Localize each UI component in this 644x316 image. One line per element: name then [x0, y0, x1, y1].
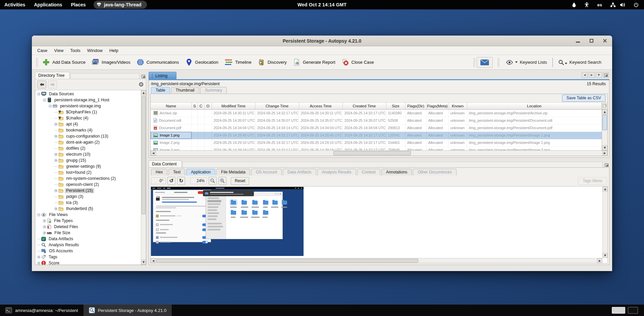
column-header-flags-dir[interactable]: Flags(Dir): [405, 103, 426, 109]
menu-help[interactable]: Help: [106, 47, 122, 54]
table-row-image-2-png[interactable]: Image 2.png2024-09-25 14:29:10 UTC2024-0…: [151, 139, 602, 146]
workspace-1[interactable]: [612, 307, 625, 314]
tree-item-dont-ask-again-2[interactable]: dont-ask-again (2): [35, 139, 141, 145]
inbox-button[interactable]: [477, 57, 493, 68]
tree-item-pidgin-3[interactable]: pidgin (3): [35, 194, 141, 200]
toolbar-discovery-button[interactable]: Discovery: [255, 57, 290, 68]
expand-handle-icon[interactable]: [54, 189, 57, 192]
focused-app-badge[interactable]: java-lang-Thread: [94, 1, 147, 9]
tab-list-dropdown-button[interactable]: ▼: [596, 72, 602, 78]
expand-handle-icon[interactable]: [43, 225, 46, 228]
accessibility-icon[interactable]: [584, 2, 589, 7]
column-header-o[interactable]: O: [204, 103, 212, 109]
content-tab-context[interactable]: Context: [357, 169, 380, 175]
preview-horizontal-scrollbar[interactable]: ◀ ▶: [151, 258, 602, 263]
content-tab-file-metadata[interactable]: File Metadata: [216, 169, 250, 175]
tree-item-gnupg-15[interactable]: gnupg (15): [35, 157, 141, 163]
close-button[interactable]: [602, 38, 607, 44]
scroll-down-icon[interactable]: ▼: [602, 145, 607, 150]
taskbar-item-amnesia-amnesia-persistent[interactable]: amnesia@amnesia: ~/Persistent: [0, 305, 84, 316]
tree-item-data-artifacts[interactable]: Data Artifacts: [35, 236, 141, 242]
workspace-2[interactable]: [628, 307, 638, 314]
content-tab-hex[interactable]: Hex: [151, 169, 167, 175]
tags-menu-button[interactable]: Tags Menu: [578, 177, 607, 185]
collapse-handle-icon[interactable]: [49, 105, 52, 108]
column-settings-button[interactable]: [602, 103, 607, 109]
toolbar-close-case-button[interactable]: Close Case: [338, 57, 377, 68]
window-titlebar[interactable]: Persistent Storage - Autopsy 4.21.0: [32, 36, 612, 46]
forward-button[interactable]: [48, 81, 57, 89]
content-tab-text[interactable]: Text: [168, 169, 185, 175]
listing-tab[interactable]: Listing: [149, 72, 176, 79]
minimize-button[interactable]: [575, 38, 581, 44]
table-row-archive-zip[interactable]: Archive.zip2024-09-25 14:30:11 UTC2024-0…: [151, 109, 602, 117]
topbar-menu-applications[interactable]: Applications: [30, 0, 66, 9]
tor-status-icon[interactable]: [572, 2, 576, 7]
volume-icon[interactable]: [620, 2, 626, 7]
menu-window[interactable]: Window: [84, 47, 106, 54]
directory-tree-tab[interactable]: Directory Tree: [35, 72, 70, 79]
column-header-s[interactable]: S: [192, 103, 198, 109]
toolbar-images-videos-button[interactable]: Images/Videos: [89, 57, 133, 68]
data-content-tab[interactable]: Data Content: [149, 160, 182, 167]
tree-item-thunderbird-5[interactable]: thunderbird (5): [35, 206, 141, 212]
tree-item-lost-found-2[interactable]: lost+found (2): [35, 169, 141, 175]
table-horizontal-scrollbar[interactable]: ◀ ▶: [151, 150, 607, 156]
collapse-handle-icon[interactable]: [37, 93, 40, 96]
image-preview[interactable]: ▲ ▼ ◀ ▶: [150, 186, 608, 263]
column-header-created-time[interactable]: Created Time: [342, 103, 386, 109]
minimize-panel-icon[interactable]: [142, 75, 145, 78]
minimize-panel-icon[interactable]: [605, 163, 608, 167]
tree-item-apt-4[interactable]: apt (4): [35, 121, 141, 127]
scroll-up-icon[interactable]: ▲: [603, 187, 607, 192]
rotate-left-button[interactable]: ↺: [167, 177, 175, 185]
expand-handle-icon[interactable]: [37, 256, 40, 259]
menu-tools[interactable]: Tools: [67, 47, 84, 54]
view-tab-thumbnail[interactable]: Thumbnail: [171, 87, 199, 94]
content-tab-os-account[interactable]: OS Account: [251, 169, 282, 175]
reset-button[interactable]: Reset: [231, 177, 249, 185]
table-row-document-odt[interactable]: Document.odt2024-09-25 14:35:07 UTC2024-…: [151, 117, 602, 124]
tree-item-nm-system-connections-2[interactable]: nm-system-connections (2): [35, 175, 141, 181]
toolbar-grip[interactable]: [36, 58, 38, 67]
topbar-menu-activities[interactable]: Activities: [0, 0, 30, 9]
column-header-modified-time[interactable]: Modified Time: [212, 103, 255, 109]
zoom-out-button[interactable]: [209, 177, 217, 185]
column-header-flags-meta[interactable]: Flags(Meta): [426, 103, 448, 109]
scroll-down-icon[interactable]: ▼: [141, 260, 146, 265]
zoom-in-button[interactable]: [218, 177, 226, 185]
tree-item-electrum-10[interactable]: electrum (10): [35, 151, 141, 157]
column-header-known[interactable]: Known: [448, 103, 467, 109]
keyword-search-button[interactable]: Keyword Search: [553, 57, 609, 68]
scroll-up-icon[interactable]: ▲: [141, 90, 146, 95]
clock[interactable]: Wed Oct 2 14:14 GMT: [298, 2, 347, 7]
scroll-up-icon[interactable]: ▲: [602, 109, 607, 114]
scroll-right-icon[interactable]: ▶: [602, 151, 607, 156]
tree-item-os-accounts[interactable]: OS Accounts: [35, 248, 141, 254]
column-header-c[interactable]: C: [198, 103, 204, 109]
table-row-image-3-png[interactable]: Image 3.png2024-09-25 14:29:19 UTC2024-0…: [151, 146, 602, 150]
tree-item-bookmarks-4[interactable]: bookmarks (4): [35, 127, 141, 133]
zoom-field[interactable]: 24%: [190, 177, 207, 184]
content-tab-data-artifacts[interactable]: Data Artifacts: [283, 169, 316, 175]
column-header-change-time[interactable]: Change Time: [255, 103, 299, 109]
expand-handle-icon[interactable]: [43, 231, 46, 234]
expand-handle-icon[interactable]: [54, 135, 57, 138]
table-row-document-pdf[interactable]: Document.pdf2024-09-25 14:34:04 UTC2024-…: [151, 124, 602, 131]
preview-vertical-scrollbar[interactable]: ▲ ▼: [602, 187, 607, 258]
collapse-handle-icon[interactable]: [37, 213, 40, 216]
rotate-right-button[interactable]: ↻: [177, 177, 185, 185]
power-icon[interactable]: [634, 2, 639, 7]
toolbar-add-data-source-button[interactable]: Add Data Source: [39, 57, 89, 68]
content-tab-annotations[interactable]: Annotations: [381, 169, 412, 175]
scroll-right-icon[interactable]: ▶: [597, 258, 602, 263]
keyword-lists-button[interactable]: Keyword Lists: [501, 57, 552, 68]
tab-scroll-left-button[interactable]: ◀: [582, 72, 588, 78]
tree-item-tca-3[interactable]: tca (3): [35, 200, 141, 206]
tree-item-dotfiles-2[interactable]: dotfiles (2): [35, 145, 141, 151]
keyboard-layout-indicator[interactable]: es: [597, 2, 602, 7]
topbar-menu-places[interactable]: Places: [66, 0, 90, 9]
scroll-left-icon[interactable]: ◀: [151, 151, 156, 156]
table-row-image-1-png[interactable]: Image 1.png2024-09-25 14:28:45 UTC2024-0…: [151, 131, 602, 139]
tree-item-file-size[interactable]: MBFile Size: [35, 230, 141, 236]
